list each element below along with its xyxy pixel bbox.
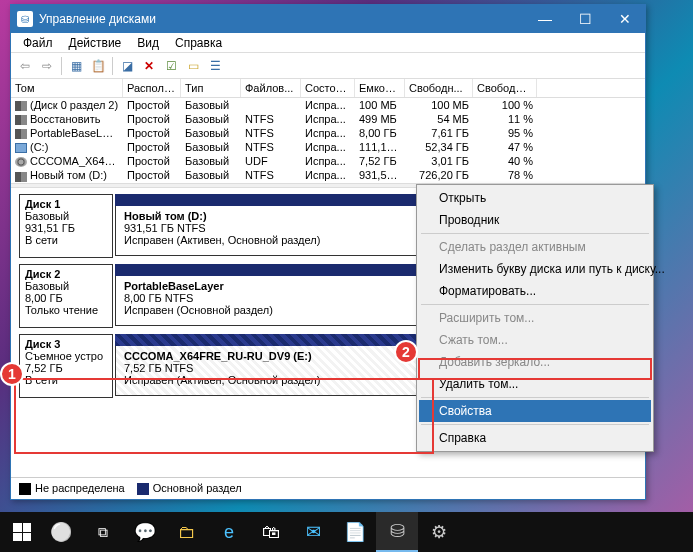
legend: Не распределена Основной раздел xyxy=(11,477,645,499)
cm-help[interactable]: Справка xyxy=(419,427,651,449)
context-menu: Открыть Проводник Сделать раздел активны… xyxy=(416,184,654,452)
cm-active[interactable]: Сделать раздел активным xyxy=(419,236,651,258)
menubar: Файл Действие Вид Справка xyxy=(11,33,645,53)
taskbar-app-mail[interactable]: ✉ xyxy=(292,512,334,552)
new-icon[interactable]: ▭ xyxy=(183,56,203,76)
legend-unallocated: Не распределена xyxy=(35,482,125,494)
volume-row[interactable]: CCCOMA_X64FRE... ПростойБазовый UDFИспра… xyxy=(11,154,645,168)
task-view-icon[interactable]: ⧉ xyxy=(82,512,124,552)
col-volume[interactable]: Том xyxy=(11,79,123,97)
taskbar-app-edge[interactable]: e xyxy=(208,512,250,552)
checklist-icon[interactable]: ☑ xyxy=(161,56,181,76)
cm-format[interactable]: Форматировать... xyxy=(419,280,651,302)
grid-header: Том Располо... Тип Файлов... Состоя... Е… xyxy=(11,79,645,98)
volume-row[interactable]: PortableBaseLayer ПростойБазовый NTFSИсп… xyxy=(11,126,645,140)
disk-info[interactable]: Диск 2Базовый8,00 ГБТолько чтение xyxy=(19,264,113,328)
volume-row[interactable]: Восстановить ПростойБазовый NTFSИспра...… xyxy=(11,112,645,126)
app-icon: ⛁ xyxy=(17,11,33,27)
back-icon[interactable]: ⇦ xyxy=(15,56,35,76)
cm-properties[interactable]: Свойства xyxy=(419,400,651,422)
col-type[interactable]: Тип xyxy=(181,79,241,97)
refresh-icon[interactable]: 📋 xyxy=(88,56,108,76)
menu-action[interactable]: Действие xyxy=(61,34,130,52)
taskbar-app-diskmgmt[interactable]: ⛁ xyxy=(376,512,418,552)
taskbar: ⚪ ⧉ 💬 🗀 e 🛍 ✉ 📄 ⛁ ⚙ xyxy=(0,512,693,552)
taskbar-app-store[interactable]: 🛍 xyxy=(250,512,292,552)
start-button[interactable] xyxy=(4,514,40,550)
menu-help[interactable]: Справка xyxy=(167,34,230,52)
volume-row[interactable]: (C:) ПростойБазовый NTFSИспра... 111,19 … xyxy=(11,140,645,154)
taskbar-app-chat[interactable]: 💬 xyxy=(124,512,166,552)
col-status[interactable]: Состоя... xyxy=(301,79,355,97)
annotation-1: 1 xyxy=(0,362,24,386)
taskbar-app-explorer[interactable]: 🗀 xyxy=(166,512,208,552)
cm-mirror[interactable]: Добавить зеркало... xyxy=(419,351,651,373)
volume-list: Том Располо... Тип Файлов... Состоя... Е… xyxy=(11,79,645,183)
col-capacity[interactable]: Емкость xyxy=(355,79,405,97)
menu-file[interactable]: Файл xyxy=(15,34,61,52)
annotation-2: 2 xyxy=(394,340,418,364)
delete-icon[interactable]: ✕ xyxy=(139,56,159,76)
taskbar-app-notepad[interactable]: 📄 xyxy=(334,512,376,552)
menu-view[interactable]: Вид xyxy=(129,34,167,52)
titlebar[interactable]: ⛁ Управление дисками — ☐ ✕ xyxy=(11,5,645,33)
legend-primary: Основной раздел xyxy=(153,482,242,494)
list-icon[interactable]: ☰ xyxy=(205,56,225,76)
col-freepct[interactable]: Свободно % xyxy=(473,79,537,97)
window-title: Управление дисками xyxy=(39,12,525,26)
forward-icon[interactable]: ⇨ xyxy=(37,56,57,76)
properties-icon[interactable]: ◪ xyxy=(117,56,137,76)
col-fs[interactable]: Файлов... xyxy=(241,79,301,97)
col-free[interactable]: Свободн... xyxy=(405,79,473,97)
cm-change-letter[interactable]: Изменить букву диска или путь к диску... xyxy=(419,258,651,280)
disk-info[interactable]: Диск 3Съемное устро7,52 ГБВ сети xyxy=(19,334,113,398)
cm-shrink[interactable]: Сжать том... xyxy=(419,329,651,351)
panel-icon[interactable]: ▦ xyxy=(66,56,86,76)
cm-open[interactable]: Открыть xyxy=(419,187,651,209)
cm-extend[interactable]: Расширить том... xyxy=(419,307,651,329)
maximize-button[interactable]: ☐ xyxy=(565,5,605,33)
col-layout[interactable]: Располо... xyxy=(123,79,181,97)
disk-info[interactable]: Диск 1Базовый931,51 ГБВ сети xyxy=(19,194,113,258)
toolbar: ⇦ ⇨ ▦ 📋 ◪ ✕ ☑ ▭ ☰ xyxy=(11,53,645,79)
volume-row[interactable]: (Диск 0 раздел 2) ПростойБазовый Испра..… xyxy=(11,98,645,112)
cm-delete[interactable]: Удалить том... xyxy=(419,373,651,395)
minimize-button[interactable]: — xyxy=(525,5,565,33)
search-icon[interactable]: ⚪ xyxy=(40,512,82,552)
volume-row[interactable]: Новый том (D:) ПростойБазовый NTFSИспра.… xyxy=(11,168,645,182)
cm-explorer[interactable]: Проводник xyxy=(419,209,651,231)
taskbar-app-settings[interactable]: ⚙ xyxy=(418,512,460,552)
close-button[interactable]: ✕ xyxy=(605,5,645,33)
